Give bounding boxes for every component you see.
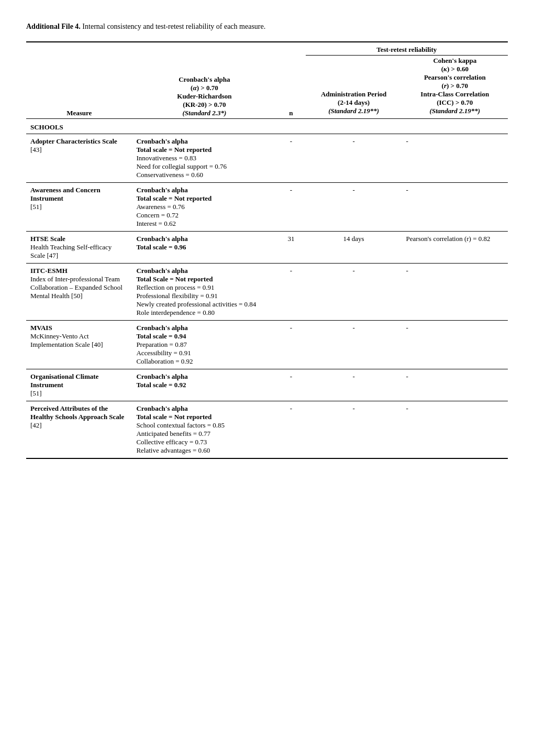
retest-cell: -: [402, 264, 508, 321]
table-row: MVAISMcKinney-Vento Act Implementation S…: [26, 321, 508, 369]
title-rest: Internal consistency and test-retest rel…: [81, 23, 265, 30]
retest-cell: -: [402, 369, 508, 401]
n-cell: -: [276, 401, 305, 459]
table-row: HTSE ScaleHealth Teaching Self-efficacy …: [26, 232, 508, 264]
internal-bold: Cronbach's alpha: [136, 404, 187, 412]
admin-cell: -: [306, 369, 402, 401]
measure-bold: Organisational Climate Instrument: [30, 372, 98, 389]
measure-cell: Awareness and Concern Instrument[51]: [26, 183, 132, 232]
n-cell: -: [276, 134, 305, 183]
measure-cell: Organisational Climate Instrument[51]: [26, 369, 132, 401]
internal-cell: Cronbach's alphaTotal scale = 0.96: [132, 232, 276, 264]
retest-cell: -: [402, 401, 508, 459]
internal-total-scale: Total scale = 0.96: [136, 243, 186, 251]
col-retest-group-header: Test-retest reliability: [306, 42, 508, 56]
retest-cell: -: [402, 321, 508, 369]
col-internal-header: Cronbach's alpha (α) > 0.70 Kuder-Richar…: [132, 42, 276, 119]
table-row: Awareness and Concern Instrument[51]Cron…: [26, 183, 508, 232]
admin-cell: -: [306, 264, 402, 321]
internal-total-scale: Total Scale = Not reported: [136, 275, 213, 283]
internal-cell: Cronbach's alphaTotal scale = Not report…: [132, 401, 276, 459]
internal-total-scale: Total scale = Not reported: [136, 413, 212, 421]
internal-bold: Cronbach's alpha: [136, 267, 187, 275]
n-cell: -: [276, 183, 305, 232]
col-n-header: n: [276, 42, 305, 119]
retest-cell: Pearson's correlation (r) = 0.82: [402, 232, 508, 264]
col-retest-header: Cohen's kappa (κ) > 0.60 Pearson's corre…: [402, 56, 508, 119]
internal-bold: Cronbach's alpha: [136, 186, 187, 194]
measure-bold: IITC-ESMH: [30, 267, 68, 275]
col-measure-header: Measure: [26, 42, 132, 119]
measure-bold: Awareness and Concern Instrument: [30, 186, 101, 202]
internal-cell: Cronbach's alphaTotal Scale = Not report…: [132, 264, 276, 321]
internal-total-scale: Total scale = 0.94: [136, 332, 186, 340]
retest-cell: -: [402, 183, 508, 232]
admin-cell: -: [306, 321, 402, 369]
measure-cell: HTSE ScaleHealth Teaching Self-efficacy …: [26, 232, 132, 264]
section-header-row: SCHOOLS: [26, 119, 508, 134]
admin-cell: -: [306, 183, 402, 232]
admin-cell: 14 days: [306, 232, 402, 264]
title-bold: Additional File 4.: [26, 23, 81, 30]
measure-cell: Perceived Attributes of the Healthy Scho…: [26, 401, 132, 459]
measure-cell: Adopter Characteristics Scale[43]: [26, 134, 132, 183]
internal-cell: Cronbach's alphaTotal scale = 0.94Prepar…: [132, 321, 276, 369]
internal-cell: Cronbach's alphaTotal scale = 0.92: [132, 369, 276, 401]
main-table: Measure Cronbach's alpha (α) > 0.70 Kude…: [26, 41, 508, 459]
internal-cell: Cronbach's alphaTotal scale = Not report…: [132, 183, 276, 232]
internal-bold: Cronbach's alpha: [136, 372, 187, 380]
internal-bold: Cronbach's alpha: [136, 137, 187, 145]
n-cell: -: [276, 369, 305, 401]
internal-cell: Cronbach's alphaTotal scale = Not report…: [132, 134, 276, 183]
n-cell: -: [276, 264, 305, 321]
n-cell: -: [276, 321, 305, 369]
section-header-cell: SCHOOLS: [26, 119, 508, 134]
admin-cell: -: [306, 401, 402, 459]
table-row: IITC-ESMHIndex of Inter-professional Tea…: [26, 264, 508, 321]
col-admin-header: Administration Period (2-14 days) (Stand…: [306, 56, 402, 119]
internal-total-scale: Total scale = Not reported: [136, 146, 212, 154]
admin-cell: -: [306, 134, 402, 183]
table-row: Adopter Characteristics Scale[43]Cronbac…: [26, 134, 508, 183]
internal-bold: Cronbach's alpha: [136, 235, 187, 243]
measure-bold: Perceived Attributes of the Healthy Scho…: [30, 404, 124, 421]
retest-cell: -: [402, 134, 508, 183]
table-body: SCHOOLSAdopter Characteristics Scale[43]…: [26, 119, 508, 459]
n-cell: 31: [276, 232, 305, 264]
table-row: Organisational Climate Instrument[51]Cro…: [26, 369, 508, 401]
internal-total-scale: Total scale = Not reported: [136, 194, 212, 202]
header-group-row: Measure Cronbach's alpha (α) > 0.70 Kude…: [26, 42, 508, 56]
measure-bold: HTSE Scale: [30, 235, 65, 243]
measure-bold: Adopter Characteristics Scale: [30, 137, 117, 145]
page-title: Additional File 4. Internal consistency …: [26, 21, 508, 32]
measure-cell: MVAISMcKinney-Vento Act Implementation S…: [26, 321, 132, 369]
measure-cell: IITC-ESMHIndex of Inter-professional Tea…: [26, 264, 132, 321]
table-row: Perceived Attributes of the Healthy Scho…: [26, 401, 508, 459]
internal-total-scale: Total scale = 0.92: [136, 381, 186, 389]
internal-bold: Cronbach's alpha: [136, 324, 187, 332]
measure-bold: MVAIS: [30, 324, 52, 332]
